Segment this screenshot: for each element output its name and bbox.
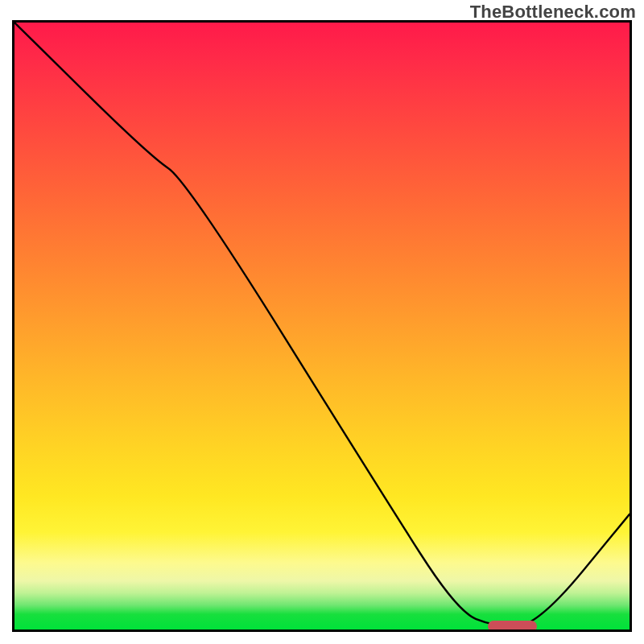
curve-path [14, 23, 630, 626]
bottleneck-curve [14, 23, 630, 630]
optimal-range-marker [488, 621, 537, 632]
chart-frame: TheBottleneck.com [0, 0, 644, 644]
plot-area [12, 20, 632, 632]
